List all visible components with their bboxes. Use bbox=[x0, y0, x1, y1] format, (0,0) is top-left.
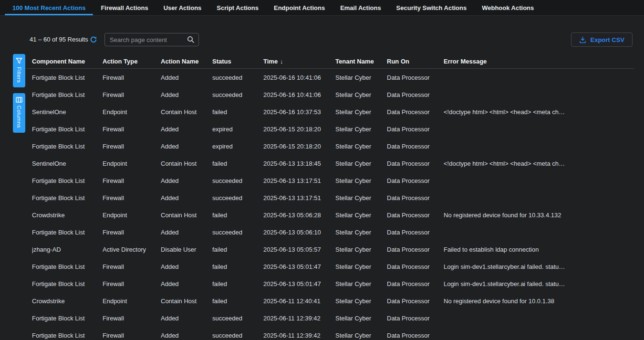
cell-time: 2025-06-13 05:01:47 bbox=[263, 263, 335, 270]
cell-action-type: Active Directory bbox=[103, 246, 161, 253]
cell-component-name: Fortigate Block List bbox=[32, 263, 103, 270]
cell-component-name: jzhang-AD bbox=[32, 246, 103, 253]
refresh-icon[interactable] bbox=[90, 36, 97, 43]
cell-status: succeeded bbox=[212, 194, 263, 202]
cell-time: 2025-06-13 05:01:47 bbox=[263, 280, 335, 287]
cell-time: 2025-06-11 12:40:41 bbox=[263, 298, 335, 305]
column-header-tenant-name[interactable]: Tenant Name bbox=[335, 58, 387, 65]
top-tab-bar: 100 Most Recent Actions Firewall Actions… bbox=[0, 0, 644, 16]
cell-tenant-name: Stellar Cyber bbox=[335, 298, 387, 305]
search-icon[interactable] bbox=[187, 35, 195, 44]
table-row: jzhang-AD Active Directory Disable User … bbox=[26, 241, 634, 258]
cell-action-name: Added bbox=[161, 315, 212, 322]
cell-run-on: Data Processor bbox=[387, 160, 444, 167]
cell-tenant-name: Stellar Cyber bbox=[335, 229, 387, 236]
download-icon bbox=[579, 36, 586, 43]
tab-script-actions[interactable]: Script Actions bbox=[209, 0, 266, 15]
tab-label: User Actions bbox=[164, 4, 202, 11]
cell-run-on: Data Processor bbox=[387, 212, 444, 219]
cell-status: failed bbox=[212, 246, 263, 253]
cell-time: 2025-06-13 05:05:57 bbox=[263, 246, 335, 253]
cell-component-name: Crowdstrike bbox=[32, 212, 103, 219]
cell-action-type: Endpoint bbox=[103, 108, 161, 116]
tab-endpoint-actions[interactable]: Endpoint Actions bbox=[266, 0, 332, 15]
cell-run-on: Data Processor bbox=[387, 143, 444, 150]
cell-status: failed bbox=[212, 160, 263, 167]
table-row: Fortigate Block List Firewall Added fail… bbox=[26, 258, 634, 275]
table-row: Crowdstrike Endpoint Contain Host failed… bbox=[26, 206, 634, 223]
cell-component-name: Fortigate Block List bbox=[32, 143, 103, 150]
cell-run-on: Data Processor bbox=[387, 246, 444, 253]
column-header-run-on[interactable]: Run On bbox=[387, 58, 444, 65]
column-header-action-type[interactable]: Action Type bbox=[103, 58, 161, 65]
cell-run-on: Data Processor bbox=[387, 108, 444, 116]
cell-action-name: Contain Host bbox=[161, 160, 212, 167]
tab-label: Webhook Actions bbox=[482, 4, 534, 11]
sort-descending-icon[interactable]: ↓ bbox=[280, 58, 283, 65]
column-header-status[interactable]: Status bbox=[212, 58, 263, 65]
cell-component-name: Fortigate Block List bbox=[32, 91, 103, 98]
cell-status: failed bbox=[212, 280, 263, 287]
cell-status: expired bbox=[212, 143, 263, 150]
cell-component-name: Fortigate Block List bbox=[32, 280, 103, 287]
table-row: Fortigate Block List Firewall Added succ… bbox=[26, 172, 634, 189]
table-row: Fortigate Block List Firewall Added succ… bbox=[26, 69, 634, 86]
cell-action-type: Firewall bbox=[103, 263, 161, 270]
cell-action-name: Added bbox=[161, 91, 212, 98]
search-input[interactable] bbox=[105, 36, 187, 43]
tab-webhook-actions[interactable]: Webhook Actions bbox=[474, 0, 541, 15]
table-row: Fortigate Block List Firewall Added expi… bbox=[26, 138, 634, 155]
cell-status: succeeded bbox=[212, 74, 263, 81]
tab-user-actions[interactable]: User Actions bbox=[156, 0, 209, 15]
cell-run-on: Data Processor bbox=[387, 126, 444, 133]
side-tabs: Filters Columns bbox=[13, 54, 25, 133]
actions-table: Component Name Action Type Action Name S… bbox=[26, 54, 634, 340]
cell-component-name: Fortigate Block List bbox=[32, 126, 103, 133]
cell-tenant-name: Stellar Cyber bbox=[335, 108, 387, 116]
cell-time: 2025-06-16 10:41:06 bbox=[263, 74, 335, 81]
column-header-error-message[interactable]: Error Message bbox=[444, 58, 634, 65]
cell-tenant-name: Stellar Cyber bbox=[335, 177, 387, 184]
cell-action-type: Endpoint bbox=[103, 298, 161, 305]
cell-error-message: <!doctype html> <html> <head> <meta ch… bbox=[444, 160, 634, 167]
columns-tab-label: Columns bbox=[16, 106, 22, 128]
tab-security-switch-actions[interactable]: Security Switch Actions bbox=[389, 0, 475, 15]
cell-time: 2025-06-13 13:18:45 bbox=[263, 160, 335, 167]
tab-100-most-recent-actions[interactable]: 100 Most Recent Actions bbox=[5, 0, 93, 15]
columns-tab[interactable]: Columns bbox=[13, 93, 25, 133]
export-csv-button[interactable]: Export CSV bbox=[571, 32, 633, 47]
table-row: Fortigate Block List Firewall Added expi… bbox=[26, 120, 634, 138]
tab-email-actions[interactable]: Email Actions bbox=[332, 0, 388, 15]
cell-action-type: Firewall bbox=[103, 194, 161, 202]
filters-tab[interactable]: Filters bbox=[13, 54, 25, 87]
cell-status: failed bbox=[212, 263, 263, 270]
cell-action-name: Added bbox=[161, 177, 212, 184]
cell-run-on: Data Processor bbox=[387, 74, 444, 81]
cell-run-on: Data Processor bbox=[387, 332, 444, 339]
cell-error-message: No registered device found for 10.33.4.1… bbox=[444, 212, 634, 219]
cell-action-type: Firewall bbox=[103, 229, 161, 236]
cell-action-type: Firewall bbox=[103, 177, 161, 184]
table-row: Fortigate Block List Firewall Added fail… bbox=[26, 275, 634, 292]
cell-component-name: Fortigate Block List bbox=[32, 177, 103, 184]
cell-status: failed bbox=[212, 108, 263, 116]
tab-firewall-actions[interactable]: Firewall Actions bbox=[93, 0, 156, 15]
table-row: SentinelOne Endpoint Contain Host failed… bbox=[26, 155, 634, 172]
cell-action-type: Firewall bbox=[103, 74, 161, 81]
cell-time: 2025-06-16 10:37:53 bbox=[263, 108, 335, 116]
cell-action-name: Contain Host bbox=[161, 108, 212, 116]
tab-label: 100 Most Recent Actions bbox=[12, 4, 85, 11]
cell-time: 2025-06-16 10:41:06 bbox=[263, 91, 335, 98]
cell-run-on: Data Processor bbox=[387, 91, 444, 98]
cell-action-type: Firewall bbox=[103, 280, 161, 287]
column-header-time[interactable]: Time ↓ bbox=[263, 58, 335, 65]
column-header-action-name[interactable]: Action Name bbox=[161, 58, 212, 65]
cell-status: failed bbox=[212, 298, 263, 305]
cell-error-message: Login sim-dev1.stellarcyber.ai failed. s… bbox=[444, 263, 634, 270]
table-row: SentinelOne Endpoint Contain Host failed… bbox=[26, 103, 634, 120]
column-header-component-name[interactable]: Component Name bbox=[32, 58, 103, 65]
cell-time: 2025-06-15 20:18:20 bbox=[263, 143, 335, 150]
cell-run-on: Data Processor bbox=[387, 315, 444, 322]
cell-action-name: Added bbox=[161, 194, 212, 202]
cell-status: succeeded bbox=[212, 91, 263, 98]
